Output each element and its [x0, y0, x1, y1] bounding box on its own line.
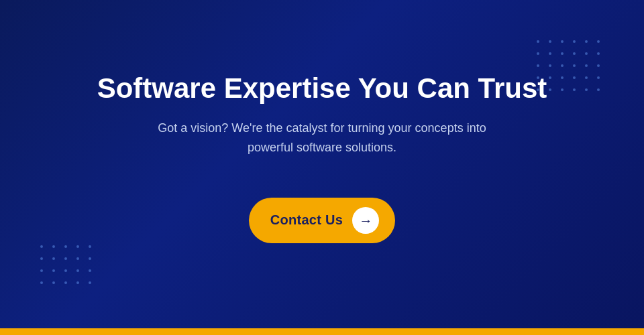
hero-section: Software Expertise You Can Trust Got a v…	[0, 0, 644, 328]
bottom-accent-bar	[0, 328, 644, 335]
dots-bottom-left-decoration	[40, 245, 95, 288]
cta-button-label: Contact Us	[270, 212, 343, 228]
page-wrapper: Software Expertise You Can Trust Got a v…	[0, 0, 644, 335]
cta-arrow-circle: →	[352, 207, 379, 234]
hero-title: Software Expertise You Can Trust	[97, 72, 547, 105]
dots-top-right-decoration	[537, 40, 604, 95]
arrow-icon: →	[359, 214, 372, 227]
hero-subtitle: Got a vision? We're the catalyst for tur…	[154, 119, 490, 157]
contact-us-button[interactable]: Contact Us →	[249, 198, 396, 243]
